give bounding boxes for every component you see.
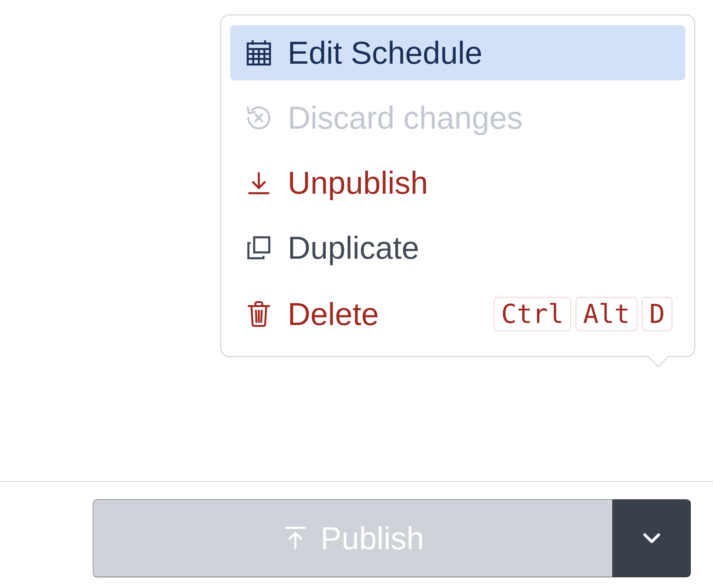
publish-actions-menu: Edit Schedule Discard changes Unpublish: [220, 15, 695, 357]
menu-item-shortcut: Ctrl Alt D: [494, 297, 672, 331]
menu-item-label: Unpublish: [288, 167, 428, 198]
chevron-down-icon: [638, 524, 666, 552]
publish-split-button: Publish: [93, 499, 691, 577]
menu-item-edit-schedule[interactable]: Edit Schedule: [230, 25, 685, 80]
arrow-down-to-line-icon: [243, 169, 275, 197]
menu-item-label: Discard changes: [288, 102, 523, 133]
menu-item-duplicate[interactable]: Duplicate: [230, 220, 685, 275]
toolbar-divider: [0, 481, 713, 482]
svg-line-17: [256, 311, 256, 322]
publish-button[interactable]: Publish: [93, 499, 613, 577]
publish-menu-toggle[interactable]: [613, 499, 691, 577]
copy-icon: [243, 234, 275, 262]
publish-button-label: Publish: [321, 520, 424, 556]
svg-line-19: [261, 311, 262, 322]
trash-icon: [243, 299, 275, 329]
menu-item-discard-changes: Discard changes: [230, 90, 685, 145]
arrow-up-to-line-icon: [281, 524, 309, 552]
shortcut-key: Ctrl: [494, 297, 571, 331]
shortcut-key: D: [642, 297, 672, 331]
shortcut-key: Alt: [576, 297, 638, 331]
menu-item-label: Duplicate: [288, 232, 419, 264]
menu-item-label: Edit Schedule: [288, 37, 482, 68]
menu-item-unpublish[interactable]: Unpublish: [230, 155, 685, 210]
calendar-icon: [243, 38, 275, 68]
history-cancel-icon: [243, 103, 275, 133]
menu-item-delete[interactable]: Delete Ctrl Alt D: [230, 285, 685, 343]
menu-item-label: Delete: [288, 298, 379, 330]
svg-rect-15: [254, 237, 269, 252]
